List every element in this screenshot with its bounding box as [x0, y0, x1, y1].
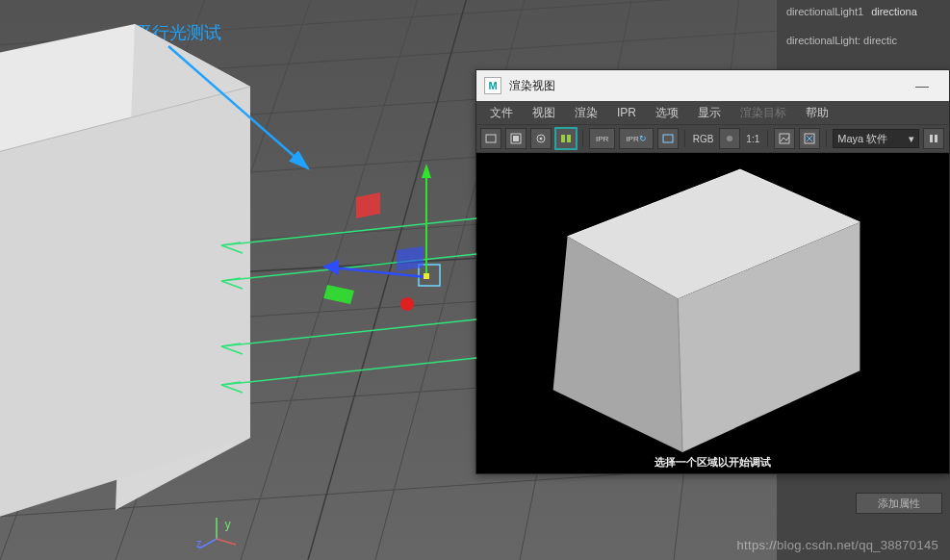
- svg-line-37: [217, 539, 236, 545]
- maya-viewport[interactable]: 平行光测试: [0, 0, 950, 560]
- svg-line-36: [199, 539, 217, 548]
- view-axis-indicator: [0, 0, 950, 560]
